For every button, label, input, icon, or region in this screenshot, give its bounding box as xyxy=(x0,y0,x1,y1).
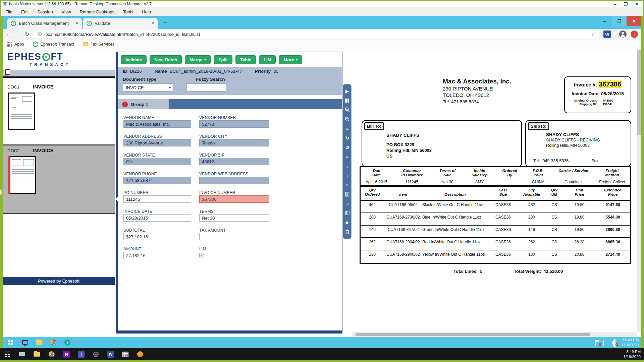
menu-session[interactable]: Session xyxy=(37,9,53,14)
volume-muted-icon[interactable]: ✕ xyxy=(612,340,617,345)
uipath-extension-icon[interactable]: Ui xyxy=(603,31,611,38)
doc2-header[interactable]: DOC2 INVOICE xyxy=(7,147,54,153)
zoom-out-icon[interactable] xyxy=(343,115,351,124)
reload-icon[interactable]: ↻ xyxy=(25,31,29,38)
lim-button[interactable]: LIM xyxy=(259,55,276,64)
network-icon[interactable] xyxy=(603,340,609,345)
tax-amount-input[interactable] xyxy=(199,233,269,240)
chrome-close-button[interactable]: ✕ xyxy=(627,16,641,26)
menu-view[interactable]: View xyxy=(62,9,71,14)
profile-avatar-icon[interactable] xyxy=(619,31,627,38)
vendor-number-input[interactable]: 52773 xyxy=(199,120,269,128)
play-icon[interactable]: ▶ xyxy=(343,86,351,96)
menu-help[interactable]: Help xyxy=(142,9,151,14)
tab-validate[interactable]: e Validate ✕ xyxy=(83,18,158,29)
vendor-city-input[interactable]: Toledo xyxy=(199,139,269,146)
invoice-document-view[interactable]: Mac & Associates, Inc. 230 RIPTON AVENUE… xyxy=(352,49,637,332)
back-icon[interactable]: ← xyxy=(6,31,11,37)
amount-input[interactable]: 27,182.16 xyxy=(123,252,191,259)
terms-input[interactable]: Net 30 xyxy=(199,214,269,222)
action-center-flag-icon[interactable]: ✕ xyxy=(595,340,600,345)
menu-edit[interactable]: Edit xyxy=(21,9,29,14)
next-batch-button[interactable]: Next Batch xyxy=(150,55,182,64)
vertical-scrollbar[interactable] xyxy=(637,49,641,332)
vendor-web-address-input[interactable] xyxy=(199,177,269,184)
duplicate-page-icon[interactable] xyxy=(343,208,351,218)
chrome-update-icon[interactable]: ↑ xyxy=(631,31,638,38)
host-rdcman-icon[interactable] xyxy=(15,348,30,360)
fuzzy-search-input[interactable] xyxy=(186,83,226,92)
sidebar-expand-arrow[interactable] xyxy=(0,189,3,195)
vendor-zip-input[interactable]: 43612 xyxy=(199,158,269,165)
validate-button[interactable]: Validate xyxy=(121,55,147,64)
split-button[interactable]: Split xyxy=(214,55,232,64)
subtotal-input[interactable]: $27,182.16 xyxy=(123,233,191,240)
bookmark-tax-services[interactable]: Tax Services xyxy=(83,42,114,47)
rdcman-restore-icon[interactable]: ❐ xyxy=(624,2,628,7)
chrome-restore-button[interactable]: ❐ xyxy=(612,16,627,26)
vendor-state-input[interactable]: OH xyxy=(123,158,191,165)
host-onenote-icon[interactable]: N xyxy=(59,348,74,360)
doc2-thumbnail[interactable] xyxy=(9,156,36,194)
table-button[interactable]: Table xyxy=(235,55,256,64)
chrome-minimize-button[interactable]: – xyxy=(597,16,612,26)
next-page-icon[interactable]: › xyxy=(343,171,351,180)
tab-batch-class-management[interactable]: e Batch Class Management ✕ xyxy=(7,18,82,29)
bookmark-apps[interactable]: Apps xyxy=(7,42,24,47)
doc1-header[interactable]: DOC1 INVOICE xyxy=(7,84,54,89)
remote-clock[interactable]: 11:49 PM 1/16/2020 xyxy=(620,338,639,347)
invoice-date-input[interactable]: 05/28/2015 xyxy=(123,214,191,222)
plug-connector-icon[interactable] xyxy=(343,218,351,227)
first-page-icon[interactable]: « xyxy=(343,152,351,161)
forward-icon[interactable]: → xyxy=(15,31,21,37)
host-teams-icon[interactable]: T xyxy=(74,348,89,360)
host-firefox-icon[interactable] xyxy=(133,348,148,360)
horizontal-scrollbar[interactable] xyxy=(352,332,637,337)
po-number-input[interactable]: 111245 xyxy=(123,195,191,203)
url-input[interactable]: ⓘ localhost:8080/dcma/ReviewValidate.htm… xyxy=(33,30,599,39)
host-camera-icon[interactable] xyxy=(89,348,103,360)
invoice-number-input[interactable]: 367306 xyxy=(199,195,269,203)
split-view-icon[interactable] xyxy=(343,96,351,105)
host-start-button[interactable] xyxy=(0,348,15,360)
rdcman-close-icon[interactable]: ✕ xyxy=(635,2,639,7)
fit-expand-icon[interactable]: ↔ xyxy=(343,199,351,208)
copy-pages-icon[interactable] xyxy=(4,71,8,75)
scrollbar-thumb[interactable] xyxy=(356,333,590,336)
menu-file[interactable]: File xyxy=(5,9,12,14)
zoom-in-icon[interactable] xyxy=(343,105,351,114)
menu-remote-desktops[interactable]: Remote Desktops xyxy=(80,9,114,14)
new-tab-button[interactable]: + xyxy=(160,18,170,27)
bookmark-ephesoft-transact[interactable]: e Ephesoft Transact xyxy=(33,42,74,47)
delete-trash-icon[interactable] xyxy=(343,227,351,236)
last-page-icon[interactable]: » xyxy=(343,180,351,189)
remote-task-view-icon[interactable] xyxy=(18,337,32,348)
tab-close-icon[interactable]: ✕ xyxy=(75,21,78,25)
remote-chrome-icon[interactable] xyxy=(46,337,60,348)
rotate-counterclockwise-icon[interactable]: ↺ xyxy=(343,143,351,152)
menu-tools[interactable]: Tools xyxy=(123,9,133,14)
remote-start-button[interactable] xyxy=(3,337,18,348)
doc1-thumbnail[interactable] xyxy=(8,93,35,130)
remote-file-explorer-icon[interactable] xyxy=(32,337,46,348)
vendor-phone-input[interactable]: 471.585.5874 xyxy=(123,177,191,184)
host-excel-grid-icon[interactable] xyxy=(118,348,133,360)
remote-ephesoft-app-icon[interactable]: e xyxy=(60,337,74,348)
lim-checkbox[interactable]: ✓ xyxy=(199,253,204,257)
site-info-icon[interactable]: ⓘ xyxy=(37,31,42,37)
host-word-icon[interactable]: W xyxy=(103,348,118,360)
vendor-address-input[interactable]: 230 Ripton Avenue xyxy=(123,139,191,146)
host-chrome-icon[interactable] xyxy=(44,348,59,360)
host-file-explorer-icon[interactable] xyxy=(30,348,44,360)
tab-group-1[interactable]: ! Group 1 xyxy=(118,99,169,109)
pan-move-icon[interactable]: ↔↕ xyxy=(343,124,351,133)
previous-page-icon[interactable]: ‹ xyxy=(343,162,351,171)
host-clock[interactable]: 3:49 PM 1/16/2020 xyxy=(624,349,644,359)
document-page-icon[interactable] xyxy=(343,190,351,199)
rotate-clockwise-icon[interactable]: ↻ xyxy=(343,133,351,142)
vendor-name-input[interactable]: Mac & Associates, Inc. xyxy=(123,120,191,128)
rdcman-minimize-icon[interactable]: – xyxy=(614,2,616,7)
document-type-select[interactable]: INVOICE ▾ xyxy=(123,83,174,92)
bookmark-star-icon[interactable]: ☆ xyxy=(591,32,595,37)
merge-button[interactable]: Merge▾ xyxy=(185,55,211,64)
